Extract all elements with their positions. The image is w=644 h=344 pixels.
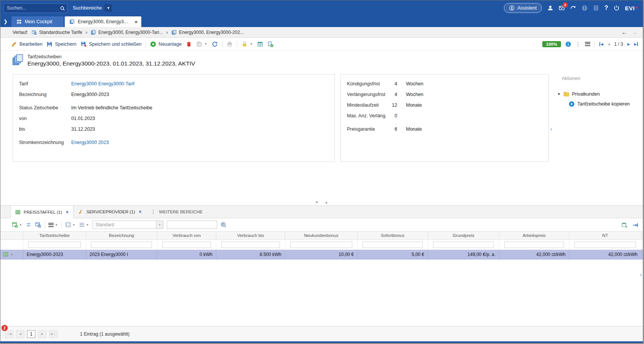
tabs-overflow-icon[interactable]: ❯: [3, 19, 8, 24]
column-filter-input[interactable]: [28, 242, 81, 248]
tab-weitere-bereiche[interactable]: ⋮ WEITERE BEREICHE: [146, 206, 207, 218]
notification-badge[interactable]: 2: [2, 325, 8, 331]
column-header[interactable]: Bezeichnung: [86, 232, 157, 239]
first-page-button[interactable]: ❘◀: [5, 330, 13, 338]
action-tarifzeitscheibe-kopieren[interactable]: Tarifzeitscheibe kopieren: [569, 101, 641, 107]
previous-record-icon[interactable]: ◀: [607, 42, 610, 46]
zoom-badge[interactable]: 100%: [542, 41, 561, 47]
tab-preisstaffel[interactable]: PREISSTAFFEL (1) ×: [10, 206, 74, 218]
cell-tarifzeitscheibe[interactable]: Energy3000-2023: [23, 250, 86, 259]
grid-columns-button[interactable]: ▼: [65, 222, 75, 228]
column-header[interactable]: Verbrauch bis: [216, 232, 285, 239]
column-filter-input[interactable]: [574, 242, 636, 248]
search-input[interactable]: [3, 3, 67, 13]
chevron-down-icon[interactable]: ▼: [10, 253, 13, 256]
last-record-icon[interactable]: ▶: [634, 42, 638, 46]
suchbereiche-dropdown[interactable]: Suchbereiche ▼: [73, 4, 112, 12]
drucken-button[interactable]: [227, 41, 233, 47]
row-selector-cell[interactable]: ▼: [0, 250, 23, 259]
column-header[interactable]: Tarifzeitscheibe: [23, 232, 86, 239]
sperren-button[interactable]: ▼: [241, 41, 253, 47]
tab-energy3000[interactable]: Energy3000, Energy3... ×: [65, 16, 141, 27]
previous-page-button[interactable]: ◀: [16, 330, 24, 338]
expand-up-icon[interactable]: ▲: [325, 200, 328, 205]
tarif-link[interactable]: Energy3000 Energy3000-Tarif: [71, 81, 134, 86]
globe-button[interactable]: [582, 5, 588, 11]
column-header[interactable]: Arbeitspreis: [499, 232, 569, 239]
cell-neukundenbonus[interactable]: 10,00 €: [285, 250, 358, 259]
column-header[interactable]: Sofortbonus: [358, 232, 428, 239]
assistent-button[interactable]: Assistent: [504, 3, 542, 13]
loeschen-button[interactable]: [186, 41, 192, 47]
column-filter-input[interactable]: [221, 242, 280, 248]
close-icon[interactable]: ×: [139, 209, 142, 214]
grid-filter-input[interactable]: [167, 221, 217, 229]
column-filter-input[interactable]: [290, 242, 352, 248]
info-button[interactable]: [565, 41, 571, 47]
kalkulation-button[interactable]: [257, 41, 263, 47]
cell-nt[interactable]: 42,000 ct/kWh: [569, 250, 641, 259]
user-button[interactable]: [547, 5, 553, 11]
page-number-box[interactable]: 1: [27, 330, 35, 338]
column-filter-input[interactable]: [433, 242, 494, 248]
search-icon[interactable]: [60, 5, 65, 12]
logout-button[interactable]: [614, 5, 620, 11]
cell-verbrauch-bis[interactable]: 8.500 kWh: [216, 250, 285, 259]
bearbeiten-button[interactable]: Bearbeiten: [11, 41, 42, 47]
cell-bezeichnung[interactable]: 2023 Energy3000 I: [86, 250, 157, 259]
panel-collapse-left-icon[interactable]: ‹: [640, 272, 642, 277]
close-icon[interactable]: ×: [135, 19, 138, 25]
column-header[interactable]: Grundpreis: [428, 232, 499, 239]
column-header[interactable]: Verbrauch von: [157, 232, 216, 239]
grid-new-row-button[interactable]: ▼: [12, 222, 22, 228]
table-row[interactable]: ▼ Energy3000-2023 2023 Energy3000 I 0 kW…: [0, 250, 643, 259]
grid-export-button[interactable]: [622, 221, 628, 228]
speichern-button[interactable]: Speichern: [46, 41, 76, 47]
first-record-icon[interactable]: ◀: [599, 42, 603, 46]
column-filter-input[interactable]: [504, 242, 564, 248]
history-forward-icon[interactable]: →: [632, 29, 638, 35]
history-item-tarif[interactable]: Energy3000, Energy3000-Tari...: [91, 30, 163, 35]
view-select[interactable]: Standard: [93, 221, 157, 229]
grid-search-button[interactable]: [35, 222, 41, 228]
stromkennzeichnung-link[interactable]: Energy3000 2023: [71, 140, 109, 145]
help-button[interactable]: ?: [604, 5, 608, 11]
database-button[interactable]: [593, 5, 599, 11]
last-page-button[interactable]: ▶❘: [49, 330, 58, 338]
history-back-icon[interactable]: ←: [622, 29, 627, 35]
neues-dokument-button[interactable]: [267, 41, 273, 47]
next-page-button[interactable]: ▶: [38, 330, 46, 338]
column-filter-input[interactable]: [91, 242, 152, 248]
actions-folder-privatkunden[interactable]: ▼ Privatkunden: [557, 91, 641, 97]
redo-button[interactable]: [570, 5, 576, 11]
neuanlage-button[interactable]: Neuanlage: [150, 41, 181, 47]
history-item-search[interactable]: Standardsuche Tarife: [32, 30, 82, 35]
column-header[interactable]: NT: [569, 232, 641, 239]
cell-verbrauch-von[interactable]: 0 kWh: [157, 250, 216, 259]
actions-collapse-icon[interactable]: ›: [550, 126, 552, 132]
cell-sofortbonus[interactable]: 5,00 €: [358, 250, 428, 259]
column-filter-input[interactable]: [162, 242, 211, 248]
aktualisieren-button[interactable]: [212, 41, 218, 47]
grid-filter-search-button[interactable]: [221, 222, 227, 228]
chevron-down-icon[interactable]: ▼: [157, 221, 163, 229]
mail-button[interactable]: 2: [559, 5, 565, 11]
close-icon[interactable]: ×: [66, 210, 69, 215]
grid-menu-button[interactable]: ▼: [48, 223, 58, 227]
collapse-down-icon[interactable]: ▼: [315, 200, 319, 205]
grid-view-button[interactable]: ▼: [79, 222, 89, 228]
tab-mein-cockpit[interactable]: Mein Cockpit: [11, 16, 64, 27]
column-filter-input[interactable]: [363, 242, 423, 248]
tab-serviceprovider[interactable]: SERVICEPROVIDER (1) ×: [74, 206, 146, 218]
speichern-schliessen-button[interactable]: Speichern und schließen: [81, 41, 142, 47]
pin-panel-button[interactable]: [632, 221, 638, 228]
more-options-icon[interactable]: ⋮: [575, 41, 581, 47]
cell-arbeitspreis[interactable]: 42,000 ct/kWh: [499, 250, 569, 259]
cell-grundpreis[interactable]: 149,00 €/p. a.: [428, 250, 499, 259]
next-record-icon[interactable]: ▶: [627, 42, 630, 46]
column-header[interactable]: Neukundenbonus: [285, 232, 358, 239]
grid-sync-button[interactable]: [26, 222, 32, 228]
kopieren-button[interactable]: ▼: [196, 41, 208, 47]
chevron-expand-icon[interactable]: ▼: [557, 92, 561, 96]
menu-icon[interactable]: [585, 42, 590, 46]
